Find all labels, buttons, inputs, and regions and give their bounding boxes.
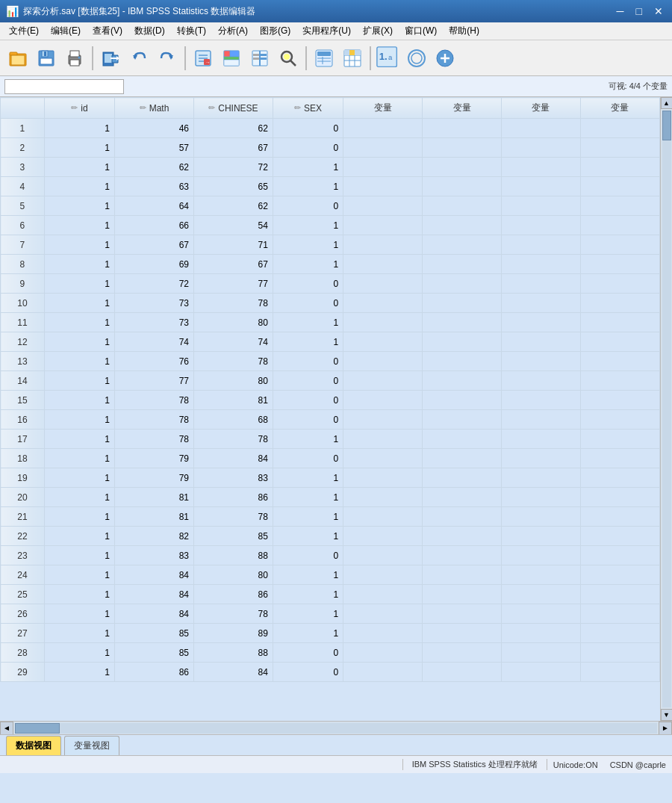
cell[interactable] [343, 196, 423, 216]
split-button[interactable] [246, 45, 273, 72]
row-number[interactable]: 25 [1, 585, 45, 604]
cell[interactable] [343, 410, 423, 430]
row-number[interactable]: 12 [1, 332, 45, 352]
cell[interactable] [343, 235, 423, 255]
cell[interactable]: 62 [193, 119, 273, 138]
tab-variable-view[interactable]: 变量视图 [64, 736, 119, 755]
row-number[interactable]: 28 [1, 643, 45, 663]
cell[interactable] [423, 177, 502, 196]
cell[interactable]: 0 [273, 119, 343, 138]
cell[interactable] [423, 663, 502, 682]
cell[interactable] [502, 294, 581, 313]
cell[interactable]: 62 [115, 158, 194, 177]
cell[interactable]: 0 [273, 294, 343, 313]
cell[interactable]: 1 [44, 527, 114, 546]
row-number[interactable]: 6 [1, 216, 45, 235]
scroll-up-button[interactable]: ▲ [661, 97, 673, 109]
cell[interactable]: 73 [115, 294, 194, 313]
cell[interactable] [580, 371, 659, 391]
menu-item-数据d[interactable]: 数据(D) [128, 23, 171, 39]
cell[interactable]: 85 [115, 624, 194, 643]
cell[interactable] [580, 624, 659, 643]
row-number[interactable]: 10 [1, 294, 45, 313]
cell[interactable]: 1 [44, 235, 114, 255]
cell[interactable]: 0 [273, 410, 343, 430]
redo-button[interactable] [154, 45, 181, 72]
cell[interactable] [580, 604, 659, 624]
cell[interactable]: 88 [193, 643, 273, 663]
menu-item-分析a[interactable]: 分析(A) [212, 23, 254, 39]
cell[interactable] [343, 527, 423, 546]
row-number[interactable]: 17 [1, 430, 45, 449]
cell[interactable]: 0 [273, 196, 343, 216]
cell[interactable] [502, 585, 581, 604]
scroll-left-button[interactable]: ◄ [0, 722, 13, 735]
table-scroll-area[interactable]: ✏ id ✏ Math [0, 97, 660, 682]
col-header-var3[interactable]: 变量 [502, 98, 581, 119]
cell[interactable] [343, 138, 423, 158]
cell[interactable]: 1 [44, 585, 114, 604]
cell[interactable]: 81 [115, 507, 194, 527]
cell[interactable] [423, 449, 502, 468]
cell[interactable]: 86 [115, 663, 194, 682]
cell[interactable] [580, 313, 659, 332]
cell[interactable] [343, 158, 423, 177]
import-button[interactable] [97, 45, 124, 72]
table-container[interactable]: ✏ id ✏ Math [0, 97, 660, 721]
cell[interactable]: 1 [44, 488, 114, 507]
cell[interactable]: 1 [44, 449, 114, 468]
cell[interactable] [580, 468, 659, 488]
cell[interactable]: 1 [273, 507, 343, 527]
cell[interactable]: 1 [44, 352, 114, 371]
row-number[interactable]: 5 [1, 196, 45, 216]
minimize-button[interactable]: ─ [614, 5, 627, 17]
cell[interactable] [343, 624, 423, 643]
cell[interactable]: 78 [193, 430, 273, 449]
cell[interactable] [580, 294, 659, 313]
tab-data-view[interactable]: 数据视图 [6, 736, 61, 755]
cell[interactable]: 81 [115, 488, 194, 507]
cell[interactable]: 1 [44, 255, 114, 274]
row-number[interactable]: 4 [1, 177, 45, 196]
cell[interactable]: 78 [115, 410, 194, 430]
cell[interactable]: 1 [273, 216, 343, 235]
cell[interactable]: 0 [273, 546, 343, 565]
cell[interactable]: 0 [273, 274, 343, 294]
cell[interactable] [343, 177, 423, 196]
cell[interactable] [343, 430, 423, 449]
cell[interactable]: 1 [273, 255, 343, 274]
row-number[interactable]: 24 [1, 565, 45, 585]
row-number[interactable]: 26 [1, 604, 45, 624]
cell[interactable] [580, 274, 659, 294]
cell[interactable]: 78 [193, 604, 273, 624]
cell[interactable]: 80 [193, 371, 273, 391]
add-button[interactable] [432, 45, 458, 72]
row-number[interactable]: 3 [1, 158, 45, 177]
row-number[interactable]: 7 [1, 235, 45, 255]
cell[interactable] [502, 449, 581, 468]
cell[interactable] [502, 216, 581, 235]
cell[interactable] [580, 255, 659, 274]
cell[interactable] [580, 158, 659, 177]
row-number[interactable]: 27 [1, 624, 45, 643]
cell[interactable]: 1 [273, 527, 343, 546]
cell[interactable]: 1 [273, 468, 343, 488]
cell[interactable]: 68 [193, 410, 273, 430]
cell[interactable]: 1 [44, 274, 114, 294]
cell[interactable]: 73 [115, 313, 194, 332]
cell[interactable]: 1 [273, 332, 343, 352]
cell[interactable] [423, 138, 502, 158]
cell[interactable]: 1 [44, 604, 114, 624]
cell[interactable]: 1 [273, 624, 343, 643]
cell[interactable] [580, 391, 659, 410]
cell[interactable] [343, 294, 423, 313]
row-number[interactable]: 1 [1, 119, 45, 138]
cell[interactable] [423, 352, 502, 371]
col-header-id[interactable]: ✏ id [44, 98, 114, 119]
row-number[interactable]: 29 [1, 663, 45, 682]
row-number[interactable]: 19 [1, 468, 45, 488]
value-labels-button[interactable] [311, 45, 337, 72]
cell[interactable] [423, 488, 502, 507]
cell[interactable]: 1 [44, 507, 114, 527]
cell[interactable]: 0 [273, 391, 343, 410]
